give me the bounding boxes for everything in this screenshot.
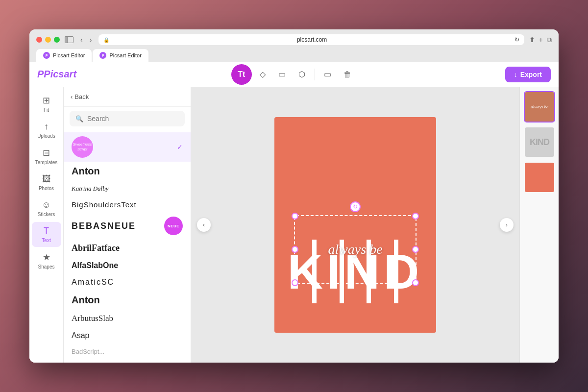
app-main: ⊞ Fit ↑ Uploads ⊟ Templates 🖼 Photos ☺ (29, 87, 559, 363)
font-item-bebasneue[interactable]: BEBASNEUE NEUE (64, 213, 191, 239)
traffic-lights (36, 37, 60, 43)
forward-nav-button[interactable]: › (88, 35, 94, 45)
font-item-selected-script[interactable]: SweetnessScript ✓ (64, 132, 191, 162)
tab-label-2: Picsart Editor (109, 52, 141, 58)
toolbar-divider (315, 69, 315, 80)
url-text: picsart.com (112, 36, 511, 43)
shapes-label: Shapes (38, 264, 55, 270)
canvas-card: KIND ↻ a (274, 117, 436, 333)
fit-label: Fit (44, 107, 49, 113)
font-panel-header: ‹ Back (64, 87, 191, 107)
canvas-area: ‹ (191, 87, 519, 363)
font-item-anton2[interactable]: Anton (64, 291, 191, 310)
maximize-button[interactable] (54, 37, 60, 43)
refresh-icon[interactable]: ↻ (514, 36, 519, 43)
address-bar[interactable]: 🔒 picsart.com ↻ (98, 34, 524, 45)
font-list: SweetnessScript ✓ Anton Katrina Dalby (64, 130, 191, 363)
right-panel: always be KIND (519, 87, 559, 363)
tab-label-1: Picsart Editor (53, 52, 85, 58)
templates-icon: ⊟ (43, 147, 50, 158)
checkmark-icon: ✓ (177, 143, 183, 151)
rotate-handle[interactable]: ↻ (350, 201, 361, 212)
tab-favicon-2: P (99, 52, 106, 59)
canvas-nav-right[interactable]: › (500, 218, 514, 232)
sidebar-item-templates[interactable]: ⊟ Templates (32, 144, 61, 169)
font-item-partial[interactable]: BadScript... (64, 344, 191, 359)
layer-thumb-2[interactable]: KIND (524, 126, 555, 158)
tab-1[interactable]: P Picsart Editor (36, 49, 92, 62)
font-name-anton2: Anton (72, 294, 100, 306)
font-item-arbutus[interactable]: ArbutusSlab (64, 310, 191, 327)
font-item-amatic[interactable]: AmaticSC (64, 274, 191, 291)
picsart-logo: PPicsart (37, 69, 76, 80)
font-name-arbutus: ArbutusSlab (72, 314, 113, 323)
search-input[interactable] (87, 115, 179, 122)
sidebar-item-uploads[interactable]: ↑ Uploads (32, 118, 61, 143)
color-tool-button[interactable]: ◇ (254, 66, 271, 83)
layer-1-preview-text: always be (531, 104, 548, 109)
toolbar-center: Tt ◇ ▭ ⬡ ▭ 🗑 (88, 64, 499, 85)
font-name-alfaslab: AlfaSlabOne (72, 261, 118, 270)
uploads-label: Uploads (37, 133, 55, 139)
browser-tabs: P Picsart Editor P Picsart Editor (36, 49, 552, 62)
sidebar-item-shapes[interactable]: ★ Shapes (32, 248, 61, 273)
back-button[interactable]: ‹ Back (71, 93, 89, 100)
text-tool-active-button[interactable]: Tt (231, 64, 252, 85)
sidebar-item-stickers[interactable]: ☺ Stickers (32, 196, 61, 221)
font-name-bigshoulders: BigShouldersText (72, 200, 137, 209)
blend-tool-button[interactable]: ⬡ (293, 66, 311, 83)
duplicate-tab-button[interactable]: ⧉ (547, 36, 552, 44)
sidebar-item-text[interactable]: T Text (32, 222, 61, 247)
uploads-icon: ↑ (44, 122, 49, 132)
sidebar-item-fit[interactable]: ⊞ Fit (32, 91, 61, 117)
sidebar-item-photos[interactable]: 🖼 Photos (32, 170, 61, 195)
canvas-nav-left[interactable]: ‹ (197, 218, 211, 232)
selection-box[interactable]: ↻ always be (294, 215, 416, 284)
photos-label: Photos (39, 186, 54, 191)
font-item-anton[interactable]: Anton (64, 162, 191, 181)
back-nav-button[interactable]: ‹ (78, 35, 85, 45)
delete-tool-button[interactable]: 🗑 (339, 66, 356, 83)
tool-sidebar: ⊞ Fit ↑ Uploads ⊟ Templates 🖼 Photos ☺ (29, 87, 64, 363)
share-button[interactable]: ⬆ (529, 36, 535, 44)
font-panel: ‹ Back 🔍 SweetnessScript ✓ (64, 87, 191, 363)
close-button[interactable] (36, 37, 42, 43)
tab-2[interactable]: P Picsart Editor (93, 49, 148, 62)
search-box[interactable]: 🔍 (70, 111, 185, 126)
layer-tool-button[interactable]: ▭ (273, 66, 291, 83)
sidebar-toggle-icon[interactable] (65, 36, 74, 43)
font-item-katrina[interactable]: Katrina Dalby (64, 181, 191, 196)
app-content: PPicsart Tt ◇ ▭ ⬡ ▭ 🗑 ↓ Export ⊞ (29, 62, 559, 363)
app-topbar: PPicsart Tt ◇ ▭ ⬡ ▭ 🗑 ↓ Export (29, 62, 559, 87)
lock-icon: 🔒 (103, 37, 109, 43)
font-item-abril[interactable]: AbrilFatface (64, 239, 191, 257)
stickers-icon: ☺ (42, 200, 50, 210)
export-button[interactable]: ↓ Export (505, 67, 551, 82)
tab-favicon-1: P (43, 52, 50, 59)
font-name-bebasneue: BEBASNEUE (72, 221, 136, 231)
minimize-button[interactable] (45, 37, 51, 43)
font-item-alfaslab[interactable]: AlfaSlabOne (64, 257, 191, 274)
font-name-asap: Asap (72, 331, 89, 340)
resize-tool-button[interactable]: ▭ (319, 66, 337, 83)
export-icon: ↓ (514, 71, 517, 78)
font-item-asap[interactable]: Asap (64, 327, 191, 344)
text-label: Text (42, 238, 50, 243)
templates-label: Templates (35, 160, 58, 165)
layer-2-preview-text: KIND (530, 137, 549, 147)
back-chevron-icon: ‹ (71, 93, 73, 100)
shapes-icon: ★ (43, 252, 50, 263)
browser-chrome: ‹ › 🔒 picsart.com ↻ ⬆ + ⧉ P Picsart Edit… (29, 29, 559, 62)
font-name-anton: Anton (72, 166, 100, 177)
always-be-text: always be (328, 242, 382, 257)
bebasneue-badge: NEUE (164, 217, 183, 235)
browser-nav: ‹ › (78, 35, 94, 45)
layer-thumb-1[interactable]: always be (524, 91, 555, 122)
stickers-label: Stickers (38, 212, 55, 217)
font-name-katrina: Katrina Dalby (72, 185, 108, 193)
font-item-bigshoulders[interactable]: BigShouldersText (64, 196, 191, 213)
new-tab-button[interactable]: + (539, 36, 543, 44)
font-badge-script: SweetnessScript (72, 136, 93, 158)
browser-actions: ⬆ + ⧉ (529, 36, 552, 44)
layer-thumb-3[interactable] (524, 162, 555, 193)
